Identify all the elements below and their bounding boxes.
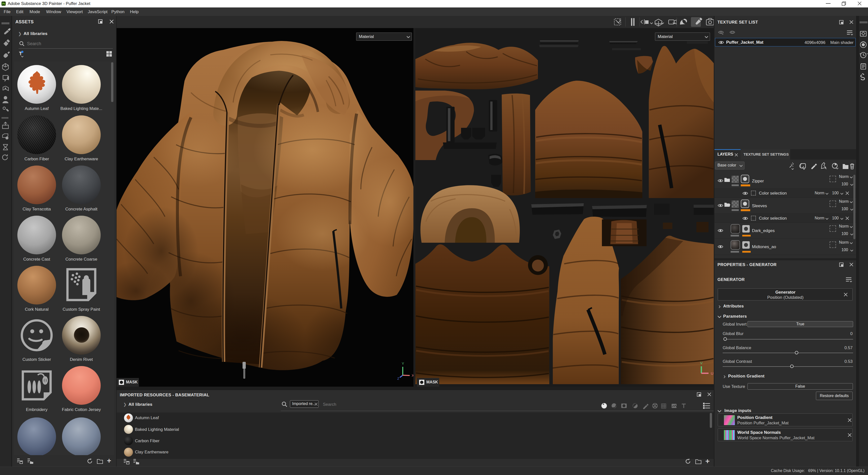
svg-text:U: U bbox=[711, 371, 713, 376]
svg-text:1: 1 bbox=[732, 31, 733, 34]
svg-text:Y: Y bbox=[402, 362, 404, 365]
svg-text:V: V bbox=[700, 361, 703, 365]
svg-text:Z: Z bbox=[397, 377, 399, 381]
svg-text:X: X bbox=[412, 374, 413, 378]
